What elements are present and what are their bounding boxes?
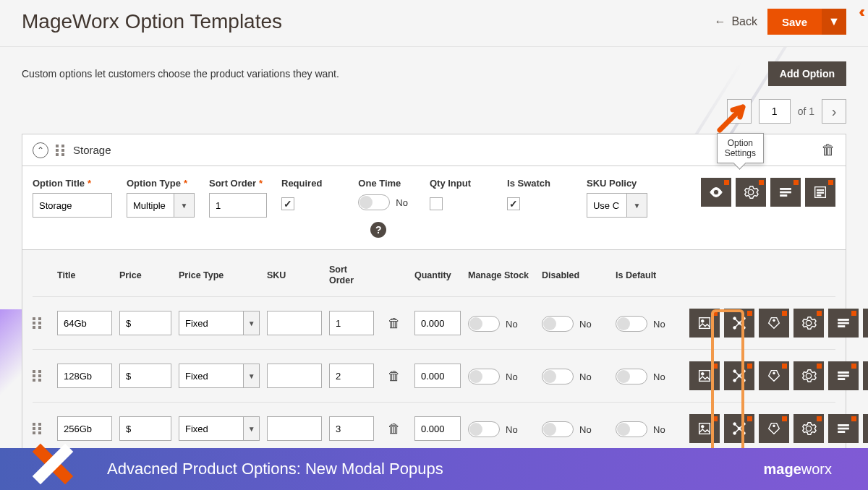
svg-rect-16: [838, 322, 849, 324]
page-next-button[interactable]: ›: [822, 99, 846, 124]
values-header: Title Price Price Type SKU Sort Order Qu…: [33, 259, 835, 296]
is-default-toggle[interactable]: [616, 369, 647, 384]
collapse-panel-icon[interactable]: ‹‹: [859, 3, 861, 22]
option-type-select[interactable]: ▼: [127, 193, 195, 218]
table-row: ▼ 🗑 No No No: [33, 349, 835, 402]
description-icon[interactable]: [863, 361, 868, 390]
row-sort-input[interactable]: [329, 311, 374, 335]
page-header: MageWorx Option Templates ← Back Save ▼: [0, 0, 868, 47]
drag-handle-icon[interactable]: [33, 370, 43, 382]
row-title-input[interactable]: [57, 311, 112, 335]
row-qty-input[interactable]: [414, 311, 461, 335]
name-icon[interactable]: [828, 361, 859, 390]
col-price: Price: [119, 270, 171, 281]
page-current-input[interactable]: [759, 99, 791, 124]
is-swatch-checkbox[interactable]: [507, 197, 520, 210]
option-title-input[interactable]: [33, 193, 112, 218]
row-qty-input[interactable]: [414, 416, 461, 441]
bottom-banner: Advacned Product Options: New Modal Popu…: [0, 448, 868, 490]
row-price-type-select[interactable]: ▼: [179, 416, 260, 441]
manage-stock-toggle[interactable]: [468, 316, 500, 332]
gear-icon[interactable]: [793, 414, 824, 443]
save-button[interactable]: Save ▼: [767, 9, 846, 35]
row-sku-input[interactable]: [267, 311, 322, 335]
row-title-input[interactable]: [57, 364, 112, 388]
back-button[interactable]: ← Back: [714, 15, 757, 28]
option-type-label: Option Type*: [127, 178, 195, 189]
onetime-label: One Time: [358, 178, 408, 189]
row-title-input[interactable]: [57, 416, 112, 441]
row-sku-input[interactable]: [267, 364, 322, 388]
chevron-down-icon: ▼: [627, 193, 647, 218]
settings-gear-icon[interactable]: [736, 178, 766, 207]
add-option-button[interactable]: Add Option: [768, 61, 846, 86]
onetime-toggle[interactable]: [358, 194, 390, 210]
brand-logo: mageworx: [764, 461, 832, 478]
is-swatch-label: Is Swatch: [507, 178, 550, 189]
is-default-toggle[interactable]: [616, 316, 647, 332]
collapse-toggle-icon[interactable]: ⌃: [33, 142, 48, 158]
sku-policy-select[interactable]: ▼: [587, 193, 647, 218]
row-price-input[interactable]: [119, 416, 171, 441]
drag-handle-icon[interactable]: [56, 145, 66, 156]
delete-row-icon[interactable]: 🗑: [381, 421, 407, 437]
row-qty-input[interactable]: [414, 364, 461, 388]
chevron-down-icon: ▼: [174, 193, 195, 218]
delete-row-icon[interactable]: 🗑: [381, 369, 407, 384]
required-checkbox[interactable]: [281, 197, 294, 210]
qty-input-checkbox[interactable]: [430, 197, 443, 210]
delete-option-icon[interactable]: 🗑: [821, 142, 835, 158]
gear-icon[interactable]: [793, 309, 824, 338]
description-icon[interactable]: [863, 309, 868, 338]
dependency-icon[interactable]: [724, 414, 754, 443]
dependency-icon[interactable]: [724, 309, 754, 338]
sort-order-input[interactable]: [209, 193, 267, 218]
name-icon[interactable]: [770, 178, 801, 207]
description-icon[interactable]: [805, 178, 835, 207]
tier-price-icon[interactable]: [759, 414, 789, 443]
row-price-input[interactable]: [119, 311, 171, 335]
row-sort-input[interactable]: [329, 416, 374, 441]
row-sort-input[interactable]: [329, 364, 374, 388]
tier-price-icon[interactable]: [759, 309, 789, 338]
col-manage-stock: Manage Stock: [468, 270, 535, 281]
visibility-icon[interactable]: [701, 178, 731, 207]
disabled-toggle[interactable]: [542, 316, 574, 332]
svg-rect-22: [699, 371, 710, 382]
disabled-toggle[interactable]: [542, 421, 574, 437]
save-dropdown-toggle[interactable]: ▼: [822, 9, 846, 35]
svg-rect-15: [838, 319, 849, 321]
svg-point-29: [773, 372, 775, 374]
disabled-toggle[interactable]: [542, 369, 574, 384]
description-icon[interactable]: [863, 414, 868, 443]
svg-rect-4: [817, 189, 823, 190]
image-icon[interactable]: [689, 361, 720, 390]
row-sku-input[interactable]: [267, 416, 322, 441]
image-icon[interactable]: [689, 414, 720, 443]
sort-order-label: Sort Order*: [209, 178, 267, 189]
svg-rect-45: [838, 425, 849, 426]
help-icon[interactable]: ?: [370, 222, 386, 238]
qty-input-label: Qty Input: [430, 178, 471, 189]
row-price-input[interactable]: [119, 364, 171, 388]
sku-policy-label: SKU Policy: [587, 178, 647, 189]
gear-icon[interactable]: [793, 361, 824, 390]
image-icon[interactable]: [689, 309, 720, 338]
manage-stock-toggle[interactable]: [468, 369, 500, 384]
dependency-icon[interactable]: [724, 361, 754, 390]
drag-handle-icon[interactable]: [33, 423, 43, 434]
row-price-type-select[interactable]: ▼: [179, 364, 260, 388]
name-icon[interactable]: [828, 414, 859, 443]
delete-row-icon[interactable]: 🗑: [381, 316, 407, 331]
chevron-down-icon: ▼: [244, 311, 260, 335]
tier-price-icon[interactable]: [759, 361, 789, 390]
intro-text: Custom options let customers choose the …: [22, 68, 339, 79]
option-title-label: Option Title*: [33, 178, 112, 189]
is-default-toggle[interactable]: [616, 421, 647, 437]
svg-rect-46: [838, 428, 849, 429]
svg-point-8: [701, 319, 704, 322]
drag-handle-icon[interactable]: [33, 317, 43, 329]
row-price-type-select[interactable]: ▼: [179, 311, 260, 335]
manage-stock-toggle[interactable]: [468, 421, 500, 437]
name-icon[interactable]: [828, 309, 859, 338]
